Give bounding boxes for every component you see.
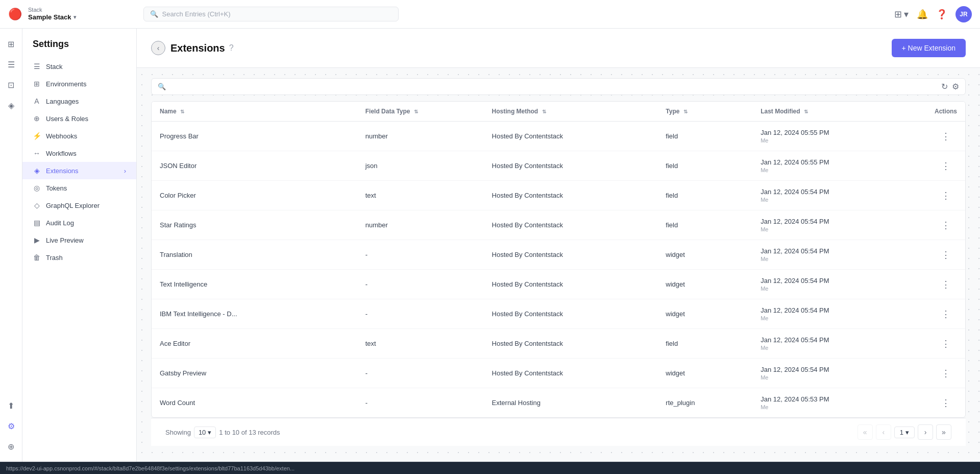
nav-dashboard[interactable]: ⊞ xyxy=(2,35,20,53)
new-extension-button[interactable]: + New Extension xyxy=(892,39,966,57)
nav-entries[interactable]: ☰ xyxy=(2,55,20,74)
table-row: Text Intelligence - Hosted By Contentsta… xyxy=(152,270,965,299)
cell-fdt: - xyxy=(357,388,484,418)
cell-actions: ⋮ xyxy=(926,122,965,151)
col-header-hosting[interactable]: Hosting Method ⇅ xyxy=(484,102,658,122)
cell-fdt: - xyxy=(357,299,484,329)
sidebar-item-tokens[interactable]: ◎ Tokens xyxy=(22,179,136,197)
stack-label: Stack xyxy=(28,7,76,13)
nav-content-model[interactable]: ◈ xyxy=(2,96,20,114)
cell-modified: Jan 12, 2024 05:54 PM Me xyxy=(752,240,926,270)
avatar[interactable]: JR xyxy=(955,6,972,22)
notifications-icon[interactable]: 🔔 xyxy=(917,9,928,20)
modified-date: Jan 12, 2024 05:53 PM xyxy=(761,395,918,403)
sidebar-item-webhooks[interactable]: ⚡ Webhooks xyxy=(22,127,136,145)
cell-hosting: Hosted By Contentstack xyxy=(484,270,658,299)
sort-icon: ⇅ xyxy=(414,109,418,114)
sidebar-item-label: Environments xyxy=(46,80,126,88)
cell-name: Progress Bar xyxy=(152,122,357,151)
table-toolbar-icons: ↻ ⚙ xyxy=(941,82,959,91)
per-page-selector[interactable]: 10 ▾ xyxy=(194,426,216,438)
app: 🔴 Stack Sample Stack 🔍 ⊞ ▾ 🔔 ❓ JR ⊞ ☰ ⊡ … xyxy=(0,0,980,474)
sidebar-item-trash[interactable]: 🗑 Trash xyxy=(22,249,136,266)
pagination-showing: Showing 10 ▾ 1 to 10 of 13 records xyxy=(165,426,280,438)
sidebar-item-live-preview[interactable]: ▶ Live Preview xyxy=(22,231,136,249)
help-circle-icon[interactable]: ? xyxy=(229,43,234,53)
cell-type: field xyxy=(657,210,752,240)
sidebar-item-languages[interactable]: A Languages xyxy=(22,92,136,110)
row-actions-button[interactable]: ⋮ xyxy=(939,337,953,351)
back-button[interactable]: ‹ xyxy=(151,41,165,55)
sidebar-item-environments[interactable]: ⊞ Environments xyxy=(22,75,136,92)
col-header-type[interactable]: Type ⇅ xyxy=(657,102,752,122)
cell-hosting: Hosted By Contentstack xyxy=(484,210,658,240)
modified-by: Me xyxy=(761,404,918,410)
nav-settings[interactable]: ⚙ xyxy=(2,417,20,435)
cell-type: rte_plugin xyxy=(657,388,752,418)
cell-modified: Jan 12, 2024 05:54 PM Me xyxy=(752,181,926,210)
cell-actions: ⋮ xyxy=(926,388,965,418)
modified-by: Me xyxy=(761,256,918,262)
col-header-modified[interactable]: Last Modified ⇅ xyxy=(752,102,926,122)
sort-icon: ⇅ xyxy=(180,109,184,114)
table-row: Color Picker text Hosted By Contentstack… xyxy=(152,181,965,210)
settings-icon[interactable]: ⚙ xyxy=(952,82,959,91)
dropdown-icon[interactable]: ▾ xyxy=(904,9,909,20)
cell-fdt: - xyxy=(357,240,484,270)
showing-label: Showing xyxy=(165,429,191,436)
sidebar-item-stack[interactable]: ☰ Stack xyxy=(22,58,136,75)
nav-marketplace[interactable]: ⊕ xyxy=(2,437,20,456)
table-search-input[interactable] xyxy=(169,83,941,90)
sort-icon: ⇅ xyxy=(683,109,688,114)
refresh-icon[interactable]: ↻ xyxy=(941,82,948,91)
nav-deploy[interactable]: ⬆ xyxy=(2,396,20,415)
prev-page-button[interactable]: ‹ xyxy=(876,424,891,440)
sidebar-item-users-roles[interactable]: ⊕ Users & Roles xyxy=(22,110,136,127)
app-logo: 🔴 xyxy=(8,8,22,21)
row-actions-button[interactable]: ⋮ xyxy=(939,218,953,232)
row-actions-button[interactable]: ⋮ xyxy=(939,159,953,173)
col-header-actions: Actions xyxy=(926,102,965,122)
grid-view-icon[interactable]: ⊞ xyxy=(894,9,902,20)
sidebar-item-extensions[interactable]: ◈ Extensions › xyxy=(22,162,136,179)
stack-name[interactable]: Sample Stack xyxy=(28,13,76,21)
modified-by: Me xyxy=(761,374,918,381)
nav-assets[interactable]: ⊡ xyxy=(2,76,20,94)
modified-date: Jan 12, 2024 05:54 PM xyxy=(761,366,918,373)
row-actions-button[interactable]: ⋮ xyxy=(939,366,953,381)
sidebar-item-audit-log[interactable]: ▤ Audit Log xyxy=(22,214,136,231)
modified-by: Me xyxy=(761,345,918,351)
chevron-right-icon: › xyxy=(124,167,126,175)
table-body: Progress Bar number Hosted By Contentsta… xyxy=(152,122,965,418)
cell-type: widget xyxy=(657,299,752,329)
cell-modified: Jan 12, 2024 05:54 PM Me xyxy=(752,329,926,359)
row-actions-button[interactable]: ⋮ xyxy=(939,277,953,292)
sort-icon: ⇅ xyxy=(804,109,808,114)
modified-by: Me xyxy=(761,197,918,203)
sidebar-item-graphql[interactable]: ◇ GraphQL Explorer xyxy=(22,197,136,214)
search-bar[interactable]: 🔍 xyxy=(143,7,399,21)
page-header: ‹ Extensions ? + New Extension xyxy=(137,29,980,68)
col-header-fdt[interactable]: Field Data Type ⇅ xyxy=(357,102,484,122)
cell-modified: Jan 12, 2024 05:54 PM Me xyxy=(752,210,926,240)
first-page-button[interactable]: « xyxy=(857,424,873,440)
row-actions-button[interactable]: ⋮ xyxy=(939,248,953,262)
row-actions-button[interactable]: ⋮ xyxy=(939,188,953,203)
sidebar-item-workflows[interactable]: ↔ Workflows xyxy=(22,145,136,162)
cell-type: widget xyxy=(657,240,752,270)
help-icon[interactable]: ❓ xyxy=(936,9,947,20)
pagination-bar: Showing 10 ▾ 1 to 10 of 13 records « ‹ 1… xyxy=(151,418,966,446)
page-indicator: 1 ▾ xyxy=(894,426,915,438)
search-input[interactable] xyxy=(162,10,392,18)
cell-name: Translation xyxy=(152,240,357,270)
modified-date: Jan 12, 2024 05:54 PM xyxy=(761,277,918,285)
cell-actions: ⋮ xyxy=(926,299,965,329)
row-actions-button[interactable]: ⋮ xyxy=(939,396,953,410)
col-header-name[interactable]: Name ⇅ xyxy=(152,102,357,122)
row-actions-button[interactable]: ⋮ xyxy=(939,129,953,144)
statusbar-url: https://dev2-ui-app.csnonprod.com/#/stac… xyxy=(6,465,295,471)
last-page-button[interactable]: » xyxy=(936,424,951,440)
sidebar-item-label: Trash xyxy=(46,254,126,262)
next-page-button[interactable]: › xyxy=(918,424,933,440)
row-actions-button[interactable]: ⋮ xyxy=(939,307,953,321)
